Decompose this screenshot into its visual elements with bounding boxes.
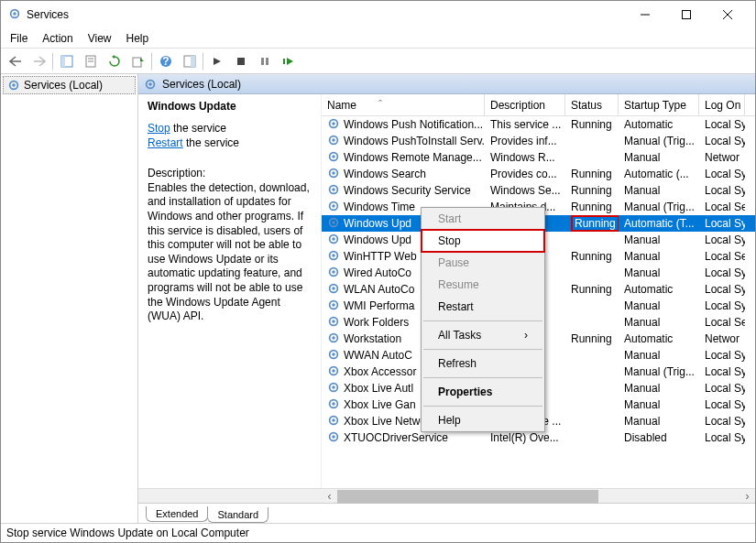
gear-icon <box>327 381 340 396</box>
col-logon[interactable]: Log On <box>699 94 745 115</box>
service-row[interactable]: Windows Push Notification...This service… <box>322 116 755 133</box>
menu-file[interactable]: File <box>5 30 33 47</box>
view-tabs: Extended Standard <box>138 503 755 523</box>
action-pane-button[interactable] <box>179 50 201 72</box>
tab-extended[interactable]: Extended <box>146 506 208 522</box>
ctx-restart[interactable]: Restart <box>422 296 544 318</box>
svg-text:?: ? <box>162 55 169 68</box>
statusbar-text: Stop service Windows Update on Local Com… <box>6 527 249 539</box>
gear-icon <box>327 299 340 314</box>
svg-point-53 <box>332 353 335 356</box>
stop-service-button[interactable] <box>230 50 252 72</box>
export-button[interactable] <box>127 50 149 72</box>
svg-point-55 <box>332 369 335 373</box>
svg-point-57 <box>332 386 335 389</box>
svg-point-51 <box>332 336 335 340</box>
svg-rect-7 <box>61 56 65 67</box>
show-hide-tree-button[interactable] <box>56 50 78 72</box>
toolbar: ? <box>1 49 755 74</box>
horizontal-scrollbar[interactable]: ‹ › <box>138 488 755 504</box>
svg-point-23 <box>148 82 152 86</box>
scroll-thumb[interactable] <box>337 490 598 504</box>
svg-point-35 <box>332 204 335 208</box>
gear-icon <box>327 233 340 248</box>
list-header: Nameˆ Description Status Startup Type Lo… <box>322 94 755 116</box>
menu-view[interactable]: View <box>82 30 117 47</box>
properties-button[interactable] <box>80 50 102 72</box>
col-name[interactable]: Nameˆ <box>322 94 485 115</box>
pause-service-button[interactable] <box>254 50 276 72</box>
ctx-pause: Pause <box>422 252 544 274</box>
ctx-help[interactable]: Help <box>422 409 544 431</box>
window-title: Services <box>27 8 624 21</box>
svg-rect-16 <box>237 58 245 65</box>
scroll-right-button[interactable]: › <box>740 489 755 505</box>
col-status[interactable]: Status <box>565 94 619 115</box>
ctx-separator <box>423 406 542 407</box>
stop-service-link[interactable]: Stop <box>148 122 170 135</box>
menu-action[interactable]: Action <box>37 30 78 47</box>
svg-point-39 <box>332 237 335 241</box>
back-button[interactable] <box>5 50 27 72</box>
svg-rect-11 <box>133 58 141 67</box>
menu-help[interactable]: Help <box>121 30 155 47</box>
maximize-button[interactable] <box>665 2 707 27</box>
gear-icon <box>327 134 340 149</box>
chevron-right-icon: › <box>524 329 528 342</box>
scroll-left-button[interactable]: ‹ <box>322 489 337 505</box>
tab-standard[interactable]: Standard <box>207 507 268 523</box>
ctx-separator <box>423 320 542 321</box>
minimize-button[interactable] <box>624 2 665 27</box>
service-row[interactable]: Windows PushToInstall Serv...Provides in… <box>322 133 755 149</box>
ctx-refresh[interactable]: Refresh <box>422 353 544 375</box>
menubar: File Action View Help <box>1 28 755 49</box>
svg-point-49 <box>332 320 335 323</box>
gear-icon <box>327 216 340 232</box>
tree-item-services-local[interactable]: Services (Local) <box>3 76 136 94</box>
forward-button[interactable] <box>28 50 50 72</box>
detail-title: Windows Update <box>148 100 312 113</box>
svg-point-21 <box>12 83 16 87</box>
svg-rect-19 <box>283 59 285 64</box>
service-row[interactable]: Windows Security ServiceWindows Se...Run… <box>322 182 755 199</box>
service-list: Nameˆ Description Status Startup Type Lo… <box>322 94 755 488</box>
ctx-properties[interactable]: Properties <box>422 381 544 403</box>
ctx-all-tasks[interactable]: All Tasks› <box>422 324 544 346</box>
svg-point-63 <box>332 435 335 439</box>
content-body: Windows Update Stop the service Restart … <box>138 94 755 488</box>
toolbar-divider <box>151 52 153 71</box>
gear-icon <box>327 200 340 215</box>
svg-point-27 <box>332 138 335 142</box>
ctx-start: Start <box>422 208 544 230</box>
col-startup[interactable]: Startup Type <box>619 94 699 115</box>
col-description[interactable]: Description <box>485 94 565 115</box>
ctx-separator <box>423 349 542 350</box>
stop-suffix: the service <box>170 122 226 135</box>
context-menu: Start Stop Pause Resume Restart All Task… <box>421 207 545 432</box>
gear-icon <box>327 249 340 265</box>
description-text: Enables the detection, download, and ins… <box>148 181 312 324</box>
gear-icon <box>327 266 340 281</box>
svg-point-33 <box>332 188 335 191</box>
detail-pane: Windows Update Stop the service Restart … <box>138 94 322 488</box>
close-button[interactable] <box>707 2 748 27</box>
service-row[interactable]: Windows Remote Manage...Windows R...Manu… <box>322 149 755 166</box>
content-pane: Services (Local) Windows Update Stop the… <box>138 74 755 523</box>
svg-point-25 <box>332 122 335 125</box>
help-button[interactable]: ? <box>155 50 177 72</box>
ctx-separator <box>423 377 542 378</box>
refresh-button[interactable] <box>104 50 126 72</box>
start-service-button[interactable] <box>206 50 228 72</box>
scroll-track[interactable] <box>337 489 740 505</box>
sort-asc-icon: ˆ <box>378 99 382 112</box>
service-row[interactable]: Windows SearchProvides co...RunningAutom… <box>322 166 755 182</box>
restart-service-link[interactable]: Restart <box>148 136 183 149</box>
restart-service-button[interactable] <box>278 50 300 72</box>
statusbar: Stop service Windows Update on Local Com… <box>1 524 755 542</box>
ctx-stop[interactable]: Stop <box>422 230 544 252</box>
gear-icon <box>327 150 340 166</box>
app-icon <box>8 7 21 23</box>
gear-icon <box>327 430 340 446</box>
gear-icon <box>327 331 340 347</box>
gear-icon <box>327 167 340 182</box>
